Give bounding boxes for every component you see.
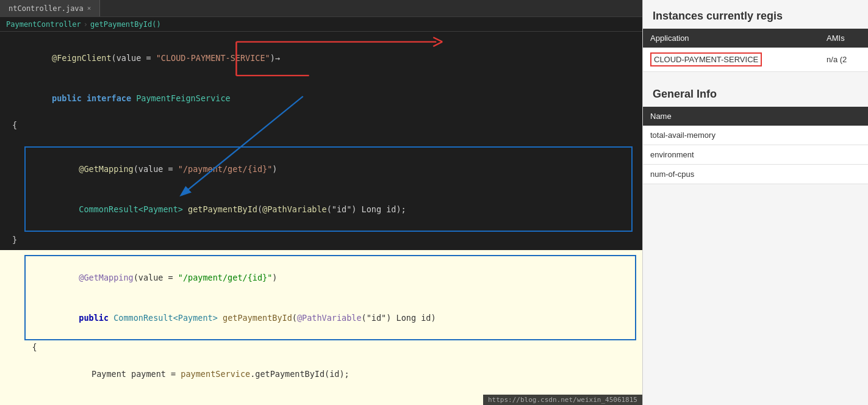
controller-method-box: @GetMapping(value = "/payment/get/{id}")…	[24, 255, 636, 340]
table-row: CLOUD-PAYMENT-SERVICE n/a (2	[643, 48, 868, 72]
code-line: Payment payment = paymentService.getPaym…	[0, 354, 642, 394]
code-line: @GetMapping(value = "/payment/get/{id}")	[29, 257, 631, 298]
code-area-top: @FeignClient(value = "CLOUD-PAYMENT-SERV…	[0, 32, 642, 250]
tab-item[interactable]: ntController.java ×	[0, 0, 100, 16]
interface-method-box: @GetMapping(value = "/payment/get/{id}")…	[24, 146, 633, 232]
table-row: total-avail-memory	[643, 126, 868, 145]
service-name-badge: CLOUD-PAYMENT-SERVICE	[650, 52, 762, 66]
instances-col-amis: AMIs	[819, 29, 868, 48]
general-row-cpus: num-of-cpus	[643, 165, 868, 184]
code-line: CommonResult<Payment> getPaymentById(@Pa…	[29, 189, 628, 229]
service-name-cell: CLOUD-PAYMENT-SERVICE	[643, 48, 819, 72]
general-info-section: General Info Name total-avail-memory env…	[643, 78, 868, 184]
code-panel: @FeignClient(value = "CLOUD-PAYMENT-SERV…	[0, 32, 642, 405]
code-line: @GetMapping(value = "/payment/get/{id}")	[29, 149, 628, 189]
breadcrumb: PaymentController › getPaymentById()	[0, 17, 642, 32]
tab-label: ntController.java	[9, 4, 84, 13]
table-row: num-of-cpus	[643, 165, 868, 184]
code-line: }	[0, 233, 642, 246]
general-row-environment: environment	[643, 145, 868, 165]
code-line: {	[0, 118, 642, 132]
general-col-name: Name	[643, 107, 868, 126]
code-editor-wrapper: ntController.java × PaymentController › …	[0, 0, 642, 405]
breadcrumb-class: PaymentController	[6, 20, 81, 29]
instances-section: Instances currently regis Application AM…	[643, 0, 868, 72]
general-row-memory: total-avail-memory	[643, 126, 868, 145]
table-row: environment	[643, 145, 868, 165]
tab-bar: ntController.java ×	[0, 0, 642, 17]
general-info-title: General Info	[643, 78, 868, 107]
amis-cell: n/a (2	[819, 48, 868, 72]
code-line: {	[0, 340, 642, 354]
right-panel: Instances currently regis Application AM…	[642, 0, 868, 405]
instances-col-application: Application	[643, 29, 819, 48]
instances-table: Application AMIs CLOUD-PAYMENT-SERVICE n…	[643, 29, 868, 72]
code-line: public interface PaymentFeignService	[0, 78, 642, 118]
code-line: public CommonResult<Payment> getPaymentB…	[29, 298, 631, 338]
url-text: https://blog.csdn.net/weixin_45061815	[488, 396, 637, 404]
general-info-table: Name total-avail-memory environment num-…	[643, 107, 868, 184]
instances-title: Instances currently regis	[643, 0, 868, 29]
code-line: @FeignClient(value = "CLOUD-PAYMENT-SERV…	[0, 38, 642, 78]
tab-close-button[interactable]: ×	[87, 4, 91, 12]
url-bar: https://blog.csdn.net/weixin_45061815	[483, 395, 642, 405]
code-line	[0, 132, 642, 145]
code-area-bottom: @GetMapping(value = "/payment/get/{id}")…	[0, 250, 642, 405]
breadcrumb-method: getPaymentById()	[90, 20, 161, 29]
